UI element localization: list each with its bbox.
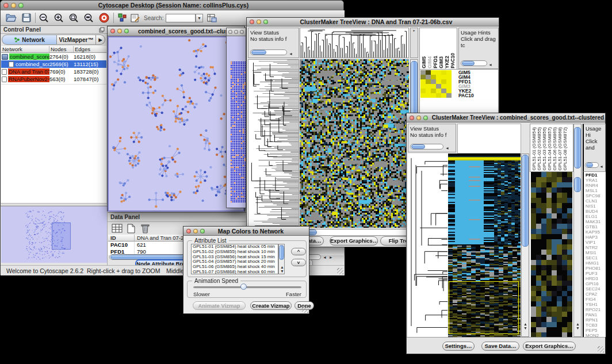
new-document-icon[interactable] [127, 224, 136, 233]
tv2-gene-label[interactable]: MON2 [586, 333, 600, 337]
matrix-cell[interactable] [436, 75, 441, 79]
treeview-combined-titlebar[interactable]: ClusterMaker TreeView : combined_scores_… [407, 113, 605, 122]
tv1-heatmap-canvas[interactable] [300, 59, 409, 228]
matrix-cell[interactable] [441, 70, 446, 75]
matrix-cell[interactable] [441, 89, 446, 93]
tv2-zoom-heatmap-canvas[interactable] [531, 172, 572, 337]
tv2-gene-label[interactable]: HAP3 [586, 235, 600, 240]
minimize-button[interactable] [234, 30, 238, 34]
minimize-button[interactable] [257, 20, 261, 24]
minimize-button[interactable] [193, 229, 198, 233]
matrix-cell[interactable] [446, 79, 452, 84]
matrix-cell[interactable] [431, 89, 436, 93]
matrix-cell[interactable] [420, 89, 426, 93]
close-button[interactable] [3, 3, 9, 8]
matrix-cell[interactable] [420, 79, 426, 84]
col-network[interactable]: Network [1, 46, 49, 52]
zoom-fit-icon[interactable] [68, 13, 79, 23]
tv2-gene-label[interactable]: MSL1 [586, 188, 600, 193]
matrix-cell[interactable] [446, 84, 452, 89]
tv2-gene-label[interactable]: RPO21 [586, 307, 600, 312]
tv2-vscroll-thumb[interactable] [522, 155, 529, 247]
dialog-titlebar[interactable]: Map Colors to Network [183, 227, 309, 236]
attribute-listbox[interactable]: GPL51-01 (GSM854) heat shock 05 minGPL51… [191, 244, 278, 274]
import-attributes-icon[interactable] [206, 13, 217, 23]
tv2-gene-label[interactable]: HRD3 [586, 276, 600, 281]
scroll-thumb[interactable] [251, 50, 266, 55]
tv2-gene-label[interactable]: NIS1 [586, 204, 600, 209]
close-button[interactable] [410, 116, 414, 120]
tv2-gene-label[interactable]: MSI1 [586, 250, 600, 255]
tv2-gene-label[interactable]: GPI16 [586, 281, 600, 286]
scroll-thumb[interactable] [411, 144, 425, 149]
tv2-gene-label[interactable]: PEP5 [586, 328, 600, 333]
matrix-cell[interactable] [420, 84, 426, 89]
tv2-heatmap-canvas[interactable] [448, 154, 521, 337]
scroll-thumb[interactable] [462, 61, 475, 66]
tv2-vscroll-arrows[interactable]: ▲▼ [523, 322, 528, 330]
tv2-gene-label[interactable]: MAK31 [586, 219, 600, 224]
tv2-gene-label[interactable]: NTR2 [586, 245, 600, 250]
tv2-gene-label[interactable]: PAN1 [586, 312, 600, 317]
tv1-hints-scrollbar[interactable] [461, 60, 487, 66]
main-resize-grip[interactable] [337, 268, 343, 274]
minimize-button[interactable] [416, 116, 421, 120]
scroll-thumb[interactable] [586, 163, 593, 167]
matrix-cell[interactable] [446, 93, 452, 98]
tv2-gene-label[interactable]: SPC98 [586, 193, 600, 198]
matrix-cell[interactable] [426, 93, 431, 98]
float-panel-icon[interactable] [99, 27, 105, 33]
save-icon[interactable] [21, 13, 32, 23]
tv2-right-thumb-top[interactable] [574, 127, 581, 168]
tv2-right-thumb-bottom[interactable] [574, 177, 581, 192]
data-col-id[interactable]: ID [108, 235, 135, 241]
matrix-cell[interactable] [431, 70, 436, 75]
speed-slider-thumb[interactable] [240, 283, 247, 290]
tv2-hints-scroll-arrows[interactable]: ◄ [599, 163, 605, 170]
network-graph-canvas[interactable] [109, 37, 243, 210]
col-edges[interactable]: Edges [74, 46, 105, 52]
network-table-row[interactable]: DNA and Tran 07769(0)183728(0) [1, 68, 106, 75]
help-lifering-icon[interactable] [98, 12, 110, 24]
animate-vizmap-button[interactable]: Animate Vizmap [193, 301, 246, 310]
speed-slider-track[interactable] [193, 286, 301, 288]
matrix-cell[interactable] [446, 75, 452, 79]
matrix-cell[interactable] [426, 75, 431, 79]
tv2-gene-label[interactable]: GTB1 [586, 224, 600, 229]
grid-network-canvas[interactable] [227, 36, 246, 208]
matrix-cell[interactable] [426, 79, 431, 84]
network-view-titlebar[interactable]: combined_scores_good.txt--cluste... [108, 26, 244, 36]
attribute-list-scrollbar[interactable]: ▲▼ [278, 244, 285, 274]
col-nodes[interactable]: Nodes [49, 46, 74, 52]
vizmapper-icon[interactable] [117, 13, 128, 23]
tv2-gene-label[interactable]: HMG1 [586, 260, 600, 266]
tv2-status-scroll-arrows[interactable]: ◄ ► [445, 145, 456, 152]
tv1-column-dendrogram-canvas[interactable] [300, 28, 408, 58]
annotation-icon[interactable] [130, 13, 140, 23]
matrix-cell[interactable] [441, 84, 446, 89]
matrix-cell[interactable] [420, 70, 426, 75]
close-button[interactable] [186, 229, 191, 233]
tv2-gene-label[interactable]: PUF3 [586, 271, 600, 276]
move-down-button[interactable]: v [291, 259, 306, 266]
matrix-cell[interactable] [420, 93, 426, 98]
tv2-gene-label[interactable]: FIG4 [586, 297, 600, 302]
matrix-cell[interactable] [441, 75, 446, 79]
tv2-gene-label[interactable]: VIP1 [586, 240, 600, 245]
tv2-button-save-data-[interactable]: Save Data… [481, 342, 519, 351]
minimize-button[interactable] [117, 29, 122, 33]
zoom-in-icon[interactable] [53, 13, 64, 23]
zoom-button[interactable] [240, 30, 244, 34]
matrix-cell[interactable] [431, 84, 436, 89]
main-titlebar[interactable]: Cytoscape Desktop (Session Name: collins… [1, 1, 343, 10]
tv2-gene-label[interactable]: KAP95 [586, 229, 600, 235]
tv2-gene-label[interactable]: PFD1 [586, 173, 600, 178]
network-overview-canvas[interactable] [1, 206, 107, 263]
attr-scroll-thumb[interactable] [279, 245, 284, 260]
zoom-button[interactable] [18, 3, 24, 8]
tv1-scroll-gutter-top[interactable]: ▸ [410, 28, 418, 58]
tv2-right-scroll-arrows[interactable]: ▲▼ [576, 322, 580, 330]
tv2-gene-label[interactable]: SEC24 [586, 286, 600, 292]
dialog-resize-grip[interactable] [302, 306, 308, 313]
tv2-hints-scrollbar[interactable] [585, 162, 599, 168]
